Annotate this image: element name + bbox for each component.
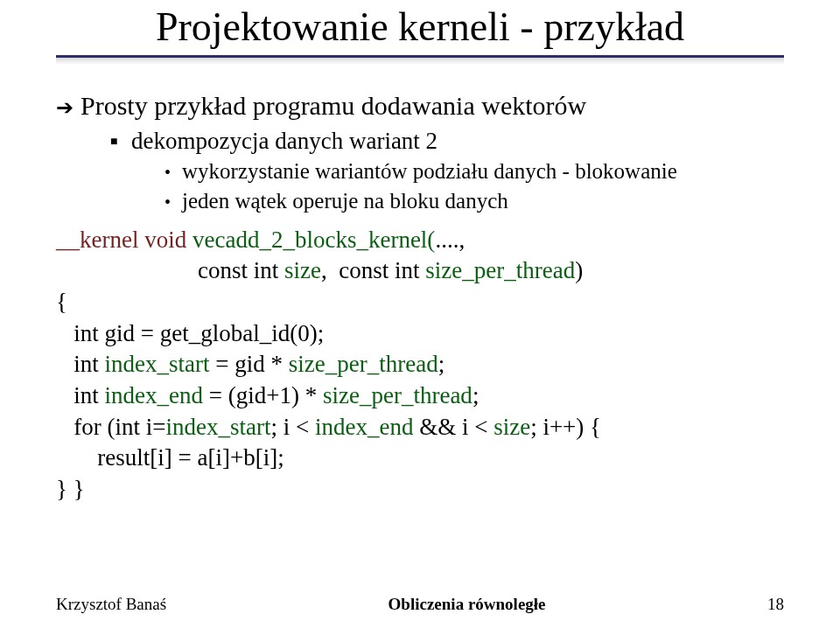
code-text: = gid * — [210, 351, 289, 377]
code-text: for (int i= — [56, 414, 165, 440]
bullet-main: ➔ Prosty przykład programu dodawania wek… — [56, 89, 784, 123]
code-id: size — [494, 414, 530, 440]
code-id: size — [284, 257, 321, 283]
code-id: index_start — [105, 351, 210, 377]
code-id: size_per_thread — [425, 257, 575, 283]
code-id: index_start — [165, 414, 270, 440]
code-id: index_end — [105, 382, 203, 408]
code-text: int — [56, 382, 105, 408]
code-text: } } — [56, 476, 85, 502]
code-id: size_per_thread — [289, 351, 438, 377]
code-text: ; i < — [270, 414, 314, 440]
code-text: { — [56, 289, 67, 315]
sub-bullet-1: ■ dekompozycja danych wariant 2 — [110, 127, 784, 157]
square-icon: ■ — [110, 134, 131, 150]
dot-icon: • — [164, 162, 182, 184]
content-area: ➔ Prosty przykład programu dodawania wek… — [0, 65, 840, 505]
sub-sub-bullet-a: • wykorzystanie wariantów podziału danyc… — [164, 157, 784, 185]
sub2a-text: wykorzystanie wariantów podziału danych … — [182, 157, 677, 185]
code-text: int — [56, 351, 105, 377]
code-block: __kernel void vecadd_2_blocks_kernel(...… — [56, 225, 784, 506]
bullet-main-text: Prosty przykład programu dodawania wekto… — [80, 89, 586, 122]
page-number: 18 — [767, 595, 784, 614]
footer-title: Obliczenia równoległe — [388, 595, 546, 614]
code-text: && i < — [413, 414, 494, 440]
code-id: size_per_thread — [323, 382, 472, 408]
code-id: vecadd_2_blocks_kernel( — [192, 227, 435, 253]
code-text: , const int — [321, 257, 425, 283]
sub1-text: dekompozycja danych wariant 2 — [131, 127, 438, 157]
footer: Krzysztof Banaś Obliczenia równoległe 18 — [0, 595, 840, 614]
code-text: ...., — [435, 227, 471, 253]
code-text: ) — [575, 257, 583, 283]
code-text — [186, 227, 192, 253]
slide: Projektowanie kerneli - przykład ➔ Prost… — [0, 0, 840, 628]
sub2b-text: jeden wątek operuje na bloku danych — [182, 187, 508, 214]
slide-title: Projektowanie kerneli - przykład — [0, 0, 840, 55]
code-id: index_end — [315, 414, 413, 440]
code-text: const int — [56, 257, 284, 283]
code-kw: __kernel void — [56, 227, 186, 253]
code-text: ; — [472, 382, 480, 408]
code-text: result[i] = a[i]+b[i]; — [56, 444, 284, 471]
code-text: ; — [438, 351, 445, 377]
arrow-icon: ➔ — [56, 94, 80, 123]
dot-icon: • — [164, 192, 182, 213]
sub-sub-bullet-b: • jeden wątek operuje na bloku danych — [164, 187, 784, 214]
code-text: = (gid+1) * — [203, 382, 323, 408]
title-underline — [56, 55, 784, 65]
code-text: int gid = get_global_id(0); — [56, 320, 324, 346]
code-text: ; i++) { — [530, 414, 601, 440]
footer-author: Krzysztof Banaś — [56, 595, 166, 614]
